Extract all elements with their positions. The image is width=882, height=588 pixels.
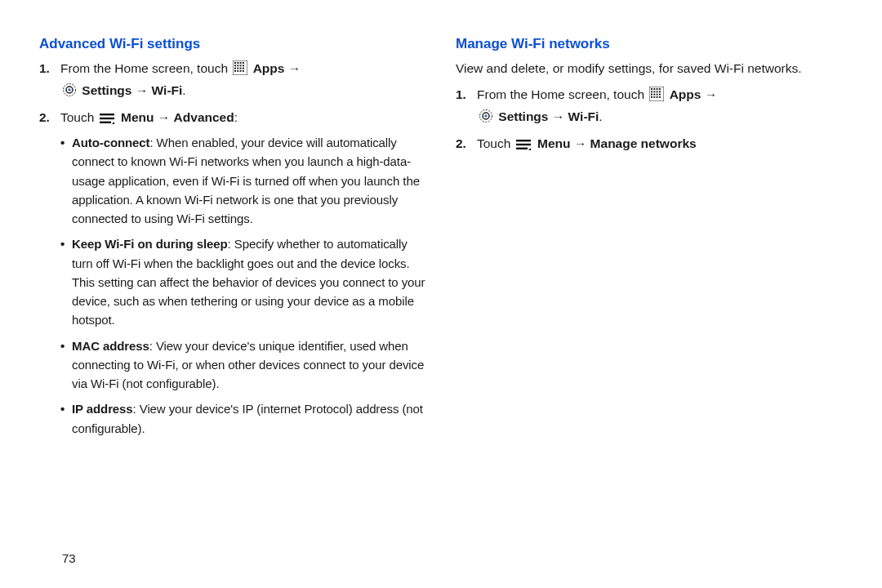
bullet-label: Auto-connect [72, 136, 149, 149]
svg-rect-5 [234, 65, 236, 66]
svg-rect-15 [240, 70, 242, 72]
step-1: 1. From the Home screen, touch Apps → Se… [60, 59, 426, 103]
arrow-icon: → [574, 136, 587, 150]
step-text: Touch [477, 136, 510, 150]
wifi-label: Wi-Fi [568, 109, 599, 123]
svg-rect-25 [654, 88, 656, 90]
svg-rect-21 [100, 118, 114, 119]
step-1: 1. From the Home screen, touch Apps → Se… [477, 85, 843, 129]
bullet-label: MAC address [72, 339, 149, 353]
settings-label: Settings [82, 83, 131, 97]
section-title-manage: Manage Wi-Fi networks [456, 36, 843, 52]
svg-rect-30 [657, 91, 658, 92]
step-text: From the Home screen, touch [60, 61, 228, 75]
section-title-advanced: Advanced Wi-Fi settings [39, 36, 426, 52]
svg-rect-31 [659, 91, 661, 92]
period: . [182, 83, 185, 97]
svg-rect-36 [651, 96, 653, 98]
steps-list: 1. From the Home screen, touch Apps → Se… [456, 85, 843, 156]
right-column: Manage Wi-Fi networks View and delete, o… [441, 33, 858, 572]
settings-label: Settings [498, 109, 548, 123]
manage-networks-label: Manage networks [590, 136, 697, 150]
svg-rect-1 [234, 62, 236, 64]
step-2: 2. Touch Menu → Manage networks [477, 134, 843, 156]
svg-point-42 [484, 114, 487, 117]
svg-rect-45 [516, 148, 528, 149]
apps-label: Apps [253, 61, 285, 75]
svg-rect-9 [234, 68, 236, 69]
apps-label: Apps [670, 87, 702, 101]
svg-rect-20 [100, 114, 114, 115]
page-number: 73 [62, 551, 76, 565]
svg-rect-39 [659, 96, 661, 98]
arrow-icon: → [288, 61, 301, 75]
step-text: From the Home screen, touch [477, 87, 644, 101]
left-column: Advanced Wi-Fi settings 1. From the Home… [24, 33, 441, 572]
step-number: 1. [456, 85, 466, 105]
manual-page: Advanced Wi-Fi settings 1. From the Home… [0, 0, 882, 588]
svg-rect-29 [654, 91, 656, 92]
svg-rect-37 [654, 96, 656, 98]
settings-gear-icon [62, 82, 77, 103]
advanced-label: Advanced [174, 110, 234, 124]
svg-rect-22 [100, 122, 111, 123]
arrow-icon: → [158, 110, 171, 124]
bullet-auto-connect: Auto-connect: When enabled, your device … [60, 133, 426, 228]
svg-rect-11 [240, 68, 242, 69]
svg-rect-12 [243, 68, 244, 69]
bullet-label: Keep Wi-Fi on during sleep [72, 237, 228, 251]
arrow-icon: → [136, 83, 149, 97]
arrow-icon: → [705, 87, 718, 101]
step-number: 2. [456, 134, 466, 154]
svg-rect-14 [238, 70, 239, 72]
svg-rect-38 [657, 96, 658, 98]
menu-hamburger-icon [100, 110, 116, 130]
svg-rect-2 [238, 62, 239, 64]
arrow-icon: → [552, 109, 565, 123]
svg-rect-26 [657, 88, 658, 90]
svg-rect-27 [659, 88, 661, 90]
svg-rect-8 [243, 65, 244, 66]
svg-rect-33 [654, 94, 656, 96]
step-text: Touch [60, 110, 94, 124]
svg-rect-7 [240, 65, 242, 66]
svg-rect-44 [516, 144, 531, 145]
svg-rect-4 [243, 62, 244, 64]
period: . [599, 109, 602, 123]
svg-rect-34 [657, 94, 658, 96]
svg-rect-13 [234, 70, 236, 72]
bullet-keep-wifi-sleep: Keep Wi-Fi on during sleep: Specify whet… [60, 234, 426, 329]
colon: : [234, 110, 238, 124]
bullet-mac-address: MAC address: View your device's unique i… [60, 336, 426, 394]
bullet-ip-address: IP address: View your device's IP (inter… [60, 399, 426, 438]
svg-rect-24 [651, 88, 653, 90]
svg-rect-28 [651, 91, 653, 92]
step-number: 2. [39, 108, 50, 127]
bullets-list: Auto-connect: When enabled, your device … [60, 133, 426, 438]
svg-rect-6 [238, 65, 239, 66]
step-2: 2. Touch Menu → Advanced: Auto-connect: … [60, 108, 426, 438]
svg-point-19 [68, 88, 70, 91]
step-number: 1. [39, 59, 50, 78]
svg-rect-16 [243, 70, 244, 72]
apps-grid-icon [649, 87, 664, 107]
menu-label: Menu [537, 136, 570, 150]
menu-hamburger-icon [516, 136, 532, 156]
wifi-label: Wi-Fi [152, 83, 183, 97]
apps-grid-icon [233, 60, 247, 81]
svg-rect-43 [516, 140, 531, 141]
menu-label: Menu [121, 110, 154, 124]
svg-rect-35 [659, 94, 661, 96]
settings-gear-icon [479, 109, 493, 129]
steps-list: 1. From the Home screen, touch Apps → Se… [39, 59, 426, 438]
svg-rect-32 [651, 94, 653, 96]
bullet-label: IP address [72, 402, 133, 416]
svg-rect-10 [238, 68, 239, 69]
svg-rect-3 [240, 62, 242, 64]
intro-text: View and delete, or modify settings, for… [456, 59, 843, 78]
